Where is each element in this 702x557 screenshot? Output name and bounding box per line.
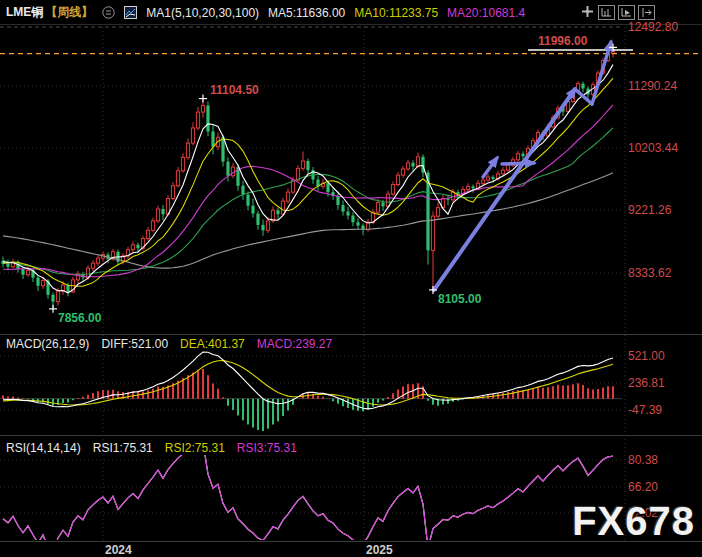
watermark: FX678 <box>572 499 695 544</box>
trend-arrow-annotation <box>483 158 497 177</box>
trading-chart-window: LME铜 【周线】 MA1(5,10,20,30,100) MA5:11636.… <box>0 0 702 557</box>
chart-header: LME铜 【周线】 MA1(5,10,20,30,100) MA5:11636.… <box>6 4 525 21</box>
rsi-axis-label: 80.38 <box>628 453 658 467</box>
macd-axis-label: 521.00 <box>628 349 665 363</box>
macd-dea-value: DEA:401.37 <box>180 337 245 351</box>
rsi-axis-label: 66.20 <box>628 480 658 494</box>
price-axis-label: 12492.80 <box>628 20 678 34</box>
rsi-panel-header: RSI(14,14,14) RSI1:75.31 RSI2:75.31 RSI3… <box>6 441 297 455</box>
rsi1-value: RSI1:75.31 <box>93 441 153 455</box>
export-chart-icon[interactable] <box>638 5 655 20</box>
chart-canvas[interactable] <box>0 0 702 557</box>
gridlines <box>0 25 702 542</box>
price-axis-label: 8333.62 <box>628 266 671 280</box>
ma-settings-label: MA1(5,10,20,30,100) <box>146 6 259 20</box>
move-crosshair-icon[interactable] <box>580 5 595 18</box>
rsi3-value: RSI3:75.31 <box>237 441 297 455</box>
macd-diff-value: DIFF:521.00 <box>101 337 168 351</box>
indicator-chart-icon <box>124 6 137 19</box>
drawing-annotations <box>49 42 633 313</box>
chart-toolbar <box>580 5 655 20</box>
ma10-value: MA10:11233.75 <box>354 6 438 20</box>
price-mark-label: 8105.00 <box>438 292 481 306</box>
macd-axis-label: 236.81 <box>628 376 665 390</box>
time-axis-year-label: 2024 <box>105 543 132 557</box>
timeframe-label: 【周线】 <box>45 4 93 21</box>
price-axis-label: 9221.26 <box>628 203 671 217</box>
rsi-name-label: RSI(14,14,14) <box>6 441 81 455</box>
rsi-layer <box>3 442 613 553</box>
price-mark-label: 11996.00 <box>538 34 587 48</box>
trend-arrow-annotation <box>434 89 575 290</box>
ma20-value: MA20:10681.4 <box>447 6 525 20</box>
price-axis-label: 10203.44 <box>628 141 678 155</box>
macd-axis-label: -47.39 <box>628 403 662 417</box>
rsi2-value: RSI2:75.31 <box>165 441 225 455</box>
price-mark-label: 7856.00 <box>58 311 101 325</box>
menu-circle-icon[interactable] <box>102 6 115 19</box>
axis-play-icon[interactable] <box>618 5 635 20</box>
macd-panel-header: MACD(26,12,9) DIFF:521.00 DEA:401.37 MAC… <box>6 337 332 351</box>
macd-name-label: MACD(26,12,9) <box>6 337 89 351</box>
macd-layer <box>0 352 622 431</box>
time-axis-year-label: 2025 <box>366 543 393 557</box>
candlestick-layer <box>1 47 614 308</box>
price-mark-label: 11104.50 <box>210 83 259 97</box>
axis-scale-icon[interactable] <box>598 5 615 20</box>
ma5-value: MA5:11636.00 <box>268 6 345 20</box>
macd-hist-value: MACD:239.27 <box>257 337 332 351</box>
trend-arrow-annotation <box>502 163 534 164</box>
price-axis-label: 11290.24 <box>628 79 677 93</box>
symbol-title: LME铜 <box>6 4 43 21</box>
